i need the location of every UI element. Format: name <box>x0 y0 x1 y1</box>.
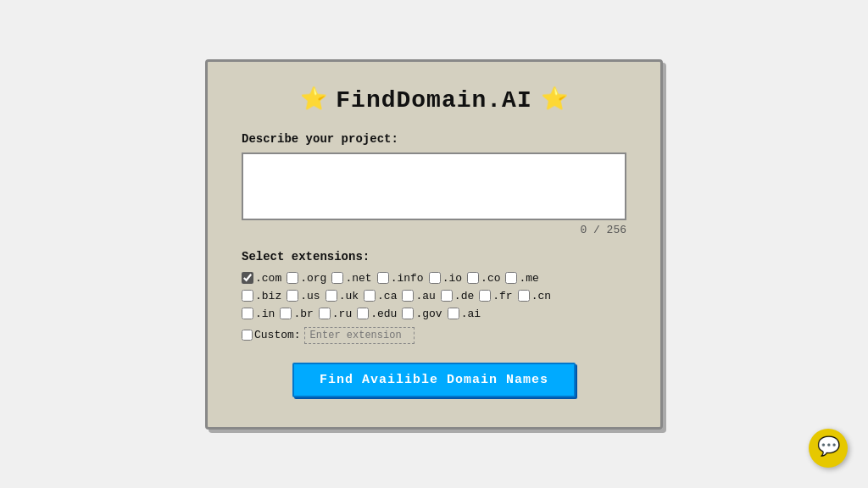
ext-checkbox-de[interactable] <box>441 290 453 302</box>
ext-item-br[interactable]: .br <box>280 308 313 320</box>
ext-checkbox-net[interactable] <box>331 272 343 284</box>
ext-checkbox-uk[interactable] <box>326 290 337 302</box>
ext-checkbox-co[interactable] <box>467 272 479 284</box>
ext-item-com[interactable]: .com <box>242 272 281 285</box>
ext-checkbox-in[interactable] <box>242 308 253 319</box>
ext-item-de[interactable]: .de <box>441 290 474 302</box>
ext-checkbox-io[interactable] <box>429 272 441 284</box>
ext-checkbox-org[interactable] <box>287 272 298 284</box>
ext-item-me[interactable]: .me <box>505 272 538 285</box>
main-card: ⭐ FindDomain.AI ⭐ Describe your project:… <box>205 59 663 430</box>
ext-item-in[interactable]: .in <box>242 308 275 320</box>
chat-bubble-icon: 💬 <box>817 439 840 458</box>
ext-item-au[interactable]: .au <box>402 290 435 302</box>
ext-row-3: .in .br .ru .edu .gov .ai <box>242 308 626 320</box>
ext-row-2: .biz .us .uk .ca .au .de . <box>242 290 626 302</box>
ext-checkbox-ca[interactable] <box>364 290 376 302</box>
ext-item-org[interactable]: .org <box>287 272 326 285</box>
title-row: ⭐ FindDomain.AI ⭐ <box>242 87 626 114</box>
ext-checkbox-edu[interactable] <box>357 308 369 319</box>
ext-item-us[interactable]: .us <box>287 290 320 302</box>
ext-checkbox-au[interactable] <box>402 290 414 302</box>
char-count: 0 / 256 <box>242 224 626 236</box>
ext-checkbox-ru[interactable] <box>319 308 331 319</box>
ext-checkbox-gov[interactable] <box>402 308 414 319</box>
star-left-icon: ⭐ <box>300 89 327 111</box>
custom-checkbox[interactable] <box>242 330 253 341</box>
find-domains-button[interactable]: Find Availible Domain Names <box>292 363 576 397</box>
ext-item-io[interactable]: .io <box>429 272 462 285</box>
star-right-icon: ⭐ <box>541 89 568 111</box>
ext-checkbox-fr[interactable] <box>479 290 491 302</box>
ext-item-ai[interactable]: .ai <box>448 308 481 320</box>
ext-checkbox-biz[interactable] <box>242 290 253 302</box>
ext-item-net[interactable]: .net <box>331 272 371 285</box>
ext-checkbox-br[interactable] <box>280 308 292 319</box>
ext-item-uk[interactable]: .uk <box>326 290 359 302</box>
ext-checkbox-com[interactable] <box>242 272 253 284</box>
ext-item-fr[interactable]: .fr <box>479 290 512 302</box>
extensions-rows: .com .org .net .info .io .co <box>242 272 626 344</box>
custom-label[interactable]: Custom: <box>242 329 301 341</box>
ext-item-co[interactable]: .co <box>467 272 500 285</box>
custom-text: Custom: <box>254 329 301 341</box>
chat-bubble-button[interactable]: 💬 <box>809 429 848 468</box>
custom-extension-input[interactable] <box>304 327 415 344</box>
ext-checkbox-us[interactable] <box>287 290 298 302</box>
ext-item-info[interactable]: .info <box>377 272 424 285</box>
ext-row-1: .com .org .net .info .io .co <box>242 272 626 285</box>
ext-item-gov[interactable]: .gov <box>402 308 442 320</box>
extensions-section: Select extensions: .com .org .net .info … <box>242 250 626 344</box>
ext-checkbox-me[interactable] <box>505 272 517 284</box>
app-title: FindDomain.AI <box>336 87 531 114</box>
ext-checkbox-ai[interactable] <box>448 308 459 319</box>
ext-item-ru[interactable]: .ru <box>319 308 352 320</box>
custom-row: Custom: <box>242 327 626 344</box>
ext-checkbox-cn[interactable] <box>518 290 530 302</box>
project-label: Describe your project: <box>242 132 626 146</box>
ext-item-cn[interactable]: .cn <box>518 290 551 302</box>
project-textarea[interactable] <box>242 152 626 220</box>
ext-item-ca[interactable]: .ca <box>364 290 397 302</box>
ext-item-edu[interactable]: .edu <box>357 308 397 320</box>
ext-checkbox-info[interactable] <box>377 272 389 284</box>
ext-item-biz[interactable]: .biz <box>242 290 281 302</box>
extensions-label: Select extensions: <box>242 250 626 263</box>
